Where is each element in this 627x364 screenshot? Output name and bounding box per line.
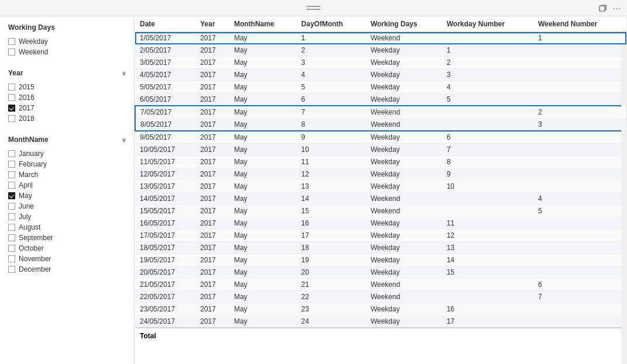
cell-21-5 [442, 291, 533, 303]
col-header-monthname[interactable]: MonthName [229, 16, 297, 32]
table-row[interactable]: 14/05/20172017May14Weekend4 [135, 193, 626, 205]
table-row[interactable]: 7/05/20172017May7Weekend2 [135, 106, 626, 119]
cell-15-1: 2017 [195, 217, 229, 230]
checkbox-aug[interactable] [8, 224, 15, 231]
cell-13-5 [442, 193, 533, 205]
drag-handle[interactable] [306, 5, 321, 11]
checkbox-y2016[interactable] [8, 94, 15, 101]
cell-20-6: 6 [533, 279, 626, 291]
checkbox-y2015[interactable] [8, 84, 15, 91]
filter-item-y2016[interactable]: 2016 [8, 92, 126, 103]
table-row[interactable]: 12/05/20172017May12Weekday9 [135, 168, 626, 181]
table-row[interactable]: 9/05/20172017May9Weekday6 [135, 131, 626, 144]
filter-item-y2015[interactable]: 2015 [8, 82, 126, 92]
filter-item-oct[interactable]: October [8, 243, 126, 254]
checkbox-weekend[interactable] [8, 48, 15, 56]
expand-button[interactable] [598, 3, 608, 13]
col-header-date[interactable]: Date [135, 16, 195, 32]
checkbox-weekday[interactable] [8, 38, 15, 45]
table-container[interactable]: DateYearMonthNameDayOfMonthWorking DaysW… [135, 16, 627, 364]
filter-item-sep[interactable]: September [8, 233, 126, 243]
filter-item-y2017[interactable]: 2017 [8, 103, 126, 113]
cell-4-3: 5 [297, 81, 366, 93]
table-row[interactable]: 23/05/20172017May23Weekday16 [135, 303, 626, 316]
checkbox-y2017[interactable] [8, 105, 15, 112]
filter-item-weekend[interactable]: Weekend [8, 47, 126, 57]
cell-11-2: May [229, 168, 297, 181]
checkbox-sep[interactable] [8, 234, 15, 241]
checkbox-jun[interactable] [8, 203, 15, 210]
col-header-year[interactable]: Year [195, 16, 229, 32]
filter-item-jan[interactable]: January [8, 148, 126, 159]
table-row[interactable]: 15/05/20172017May15Weekend5 [135, 205, 626, 217]
table-row[interactable]: 18/05/20172017May18Weekday13 [135, 242, 626, 254]
filter-section-label: Working Days [8, 23, 55, 32]
cell-23-4: Weekday [366, 316, 442, 328]
col-header-workday-number[interactable]: Workday Number [442, 16, 533, 32]
filter-header-year[interactable]: Year∨ [8, 69, 126, 77]
table-row[interactable]: 11/05/20172017May11Weekday8 [135, 156, 626, 168]
cell-14-0: 15/05/2017 [135, 205, 195, 217]
cell-6-2: May [229, 106, 297, 119]
more-button[interactable]: ··· [612, 3, 622, 13]
table-row[interactable]: 1/05/20172017May1Weekend1 [135, 32, 626, 44]
cell-16-4: Weekday [366, 230, 442, 242]
table-row[interactable]: 2/05/20172017May2Weekday1 [135, 44, 626, 57]
table-row[interactable]: 16/05/20172017May16Weekday11 [135, 217, 626, 230]
cell-20-1: 2017 [195, 279, 229, 291]
checkbox-mar[interactable] [8, 171, 15, 178]
cell-15-5: 11 [442, 217, 533, 230]
cell-14-2: May [229, 205, 297, 217]
cell-4-4: Weekday [366, 81, 442, 93]
checkbox-feb[interactable] [8, 161, 15, 168]
cell-10-0: 11/05/2017 [135, 156, 195, 168]
cell-3-4: Weekday [366, 69, 442, 81]
filter-item-feb[interactable]: February [8, 159, 126, 169]
filter-item-aug[interactable]: August [8, 222, 126, 233]
table-row[interactable]: 19/05/20172017May19Weekday14 [135, 254, 626, 266]
table-row[interactable]: 6/05/20172017May6Weekday5 [135, 93, 626, 106]
filter-item-y2018[interactable]: 2018 [8, 113, 126, 124]
checkbox-nov[interactable] [8, 255, 15, 262]
checkbox-jan[interactable] [8, 150, 15, 157]
checkbox-dec[interactable] [8, 266, 15, 273]
table-row[interactable]: 24/05/20172017May24Weekday17 [135, 316, 626, 328]
filter-item-weekday[interactable]: Weekday [8, 36, 126, 47]
filter-item-dec[interactable]: December [8, 264, 126, 275]
col-header-working-days[interactable]: Working Days [366, 16, 442, 32]
table-row[interactable]: 4/05/20172017May4Weekday3 [135, 69, 626, 81]
filter-item-may[interactable]: May [8, 190, 126, 201]
table-row[interactable]: 3/05/20172017May3Weekday2 [135, 57, 626, 69]
scrollbar-track[interactable] [621, 16, 627, 364]
filter-item-jul[interactable]: July [8, 212, 126, 222]
table-row[interactable]: 17/05/20172017May17Weekday12 [135, 230, 626, 242]
cell-4-5: 4 [442, 81, 533, 93]
cell-20-0: 21/05/2017 [135, 279, 195, 291]
checkbox-may[interactable] [8, 192, 15, 199]
cell-8-2: May [229, 131, 297, 144]
cell-2-1: 2017 [195, 57, 229, 69]
cell-0-4: Weekend [366, 32, 442, 44]
table-row[interactable]: 21/05/20172017May21Weekend6 [135, 279, 626, 291]
col-header-weekend-number[interactable]: Weekend Number [533, 16, 626, 32]
cell-4-2: May [229, 81, 297, 93]
table-row[interactable]: 8/05/20172017May8Weekend3 [135, 119, 626, 131]
filter-item-nov[interactable]: November [8, 254, 126, 264]
filter-header-monthname[interactable]: MonthName∨ [8, 136, 126, 144]
table-row[interactable]: 5/05/20172017May5Weekday4 [135, 81, 626, 93]
table-row[interactable]: 13/05/20172017May13Weekday10 [135, 181, 626, 193]
table-row[interactable]: 22/05/20172017May22Weekend7 [135, 291, 626, 303]
cell-23-0: 24/05/2017 [135, 316, 195, 328]
checkbox-oct[interactable] [8, 245, 15, 252]
filter-item-jun[interactable]: June [8, 201, 126, 212]
cell-19-5: 15 [442, 266, 533, 279]
checkbox-y2018[interactable] [8, 115, 15, 122]
checkbox-jul[interactable] [8, 213, 15, 220]
filter-item-label-may: May [19, 192, 32, 200]
checkbox-apr[interactable] [8, 182, 15, 189]
table-row[interactable]: 10/05/20172017May10Weekday7 [135, 144, 626, 156]
table-row[interactable]: 20/05/20172017May20Weekday15 [135, 266, 626, 279]
filter-item-mar[interactable]: March [8, 169, 126, 180]
filter-item-apr[interactable]: April [8, 180, 126, 190]
col-header-dayofmonth[interactable]: DayOfMonth [297, 16, 366, 32]
